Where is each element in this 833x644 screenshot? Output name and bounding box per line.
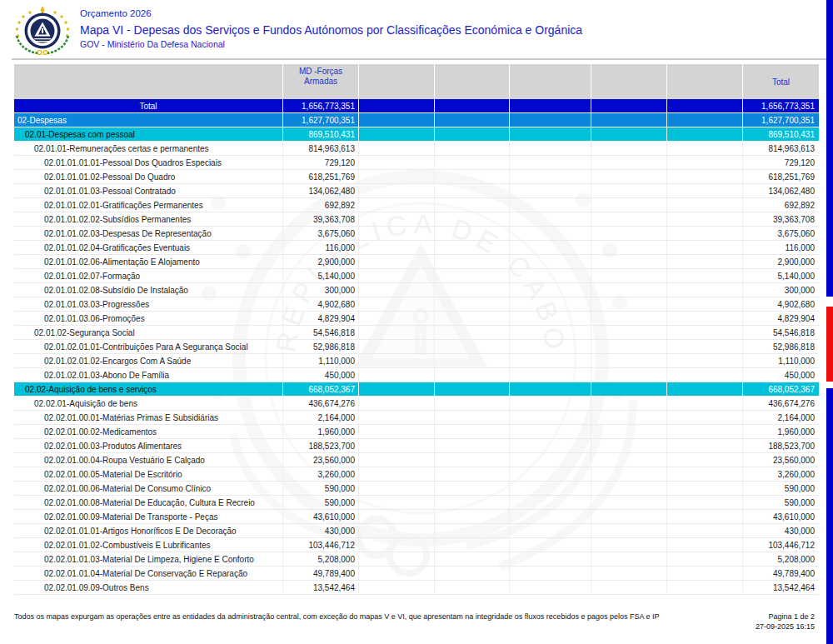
cell-empty	[591, 453, 667, 467]
page-title: Mapa VI - Depesas dos Serviços e Fundos …	[80, 23, 582, 37]
cell-md-forcas-armadas: 436,674,276	[283, 397, 359, 410]
cell-empty	[510, 538, 591, 552]
cell-empty	[667, 142, 743, 155]
cell-empty	[591, 184, 667, 197]
cell-empty	[359, 368, 435, 382]
cell-empty	[667, 524, 743, 537]
cell-empty	[667, 368, 743, 382]
cell-md-forcas-armadas: 2,164,000	[283, 411, 359, 424]
cell-empty	[359, 113, 435, 127]
cell-empty	[667, 198, 743, 212]
cell-empty	[591, 127, 667, 141]
table-row: 02.01.01.01.03-Pessoal Contratado134,062…	[14, 184, 819, 198]
table-row: 02.01.01.02.02-Subsídios Permanentes39,3…	[14, 212, 819, 227]
cell-empty	[435, 212, 510, 226]
cell-md-forcas-armadas: 668,052,367	[283, 382, 359, 396]
table-row: 02.01.01.02.08-Subsídio De Instalação300…	[14, 283, 819, 297]
row-label: 02.01-Despesas com pessoal	[14, 127, 283, 141]
cell-empty	[435, 142, 510, 155]
cell-empty	[510, 269, 591, 282]
cell-empty	[591, 510, 667, 523]
cell-empty	[591, 241, 667, 254]
cell-empty	[510, 170, 591, 183]
print-datetime: 27-09-2025 16:15	[756, 622, 815, 632]
cell-md-forcas-armadas: 2,900,000	[283, 255, 359, 268]
row-label: 02.01.01.02.04-Gratificações Eventuais	[14, 241, 283, 254]
cell-empty	[591, 326, 667, 339]
cell-empty	[359, 524, 435, 537]
cell-empty	[591, 411, 667, 424]
cell-total: 814,963,613	[743, 142, 819, 155]
cell-empty	[359, 184, 435, 197]
table-row: 02.02.01.09.09-Outros Bens13,542,46413,5…	[14, 581, 819, 595]
cell-md-forcas-armadas: 3,260,000	[283, 467, 359, 481]
table-row: 02.01.01.02.07-Formação5,140,0005,140,00…	[14, 269, 819, 283]
table-row: 02.02.01.00.05-Material De Escritório3,2…	[14, 467, 819, 482]
row-label: 02.01.01-Remunerações certas e permanent…	[14, 142, 283, 155]
row-label: 02.01.01.02.07-Formação	[14, 269, 283, 282]
cell-empty	[667, 241, 743, 254]
table-row: 02.01.02.01.02-Encargos Com A Saúde1,110…	[14, 354, 819, 368]
cell-empty	[435, 269, 510, 282]
cell-empty	[510, 283, 591, 297]
table-row: 02.02.01.00.04-Roupa Vestuário E Calçado…	[14, 453, 819, 467]
cell-empty	[667, 283, 743, 297]
cell-total: 49,789,400	[743, 567, 819, 580]
table-row: 02.01.01.02.01-Gratificações Permanentes…	[14, 198, 819, 212]
cell-empty	[667, 127, 743, 141]
cell-empty	[359, 439, 435, 452]
table-row: 02.01.01.02.03-Despesas De Representação…	[14, 227, 819, 241]
cell-empty	[591, 524, 667, 537]
cell-empty	[435, 467, 510, 481]
cell-total: 54,546,818	[743, 326, 819, 339]
row-label: 02.02.01.00.05-Material De Escritório	[14, 467, 283, 481]
cell-empty	[435, 113, 510, 127]
cell-md-forcas-armadas: 188,523,700	[283, 439, 359, 452]
cell-empty	[435, 496, 510, 509]
table-row: 02-Despesas1,627,700,3511,627,700,351	[14, 113, 819, 127]
cell-empty	[591, 156, 667, 169]
cell-empty	[359, 453, 435, 467]
cell-empty	[435, 227, 510, 240]
cell-md-forcas-armadas: 869,510,431	[283, 127, 359, 141]
cell-empty	[359, 156, 435, 169]
cell-empty	[435, 368, 510, 382]
cell-empty	[591, 142, 667, 155]
cell-empty	[667, 255, 743, 268]
cell-empty	[591, 212, 667, 226]
table-row: 02.02.01.00.08-Material De Educação, Cul…	[14, 496, 819, 510]
table-row: 02.01.01-Remunerações certas e permanent…	[14, 142, 819, 156]
cell-empty	[359, 567, 435, 580]
table-row: 02.01.01.02.06-Alimentação E Alojamento2…	[14, 255, 819, 269]
row-label: 02.01.02.01.02-Encargos Com A Saúde	[14, 354, 283, 367]
cell-empty	[359, 552, 435, 566]
cell-empty	[510, 581, 591, 594]
cell-empty	[359, 482, 435, 495]
cell-empty	[510, 312, 591, 325]
cell-empty	[591, 283, 667, 297]
cell-total: 3,260,000	[743, 467, 819, 481]
cell-empty	[667, 99, 743, 112]
cell-md-forcas-armadas: 49,789,400	[283, 567, 359, 580]
cell-total: 436,674,276	[743, 397, 819, 410]
cell-empty	[435, 567, 510, 580]
cell-total: 4,902,680	[743, 297, 819, 311]
cell-empty	[435, 198, 510, 212]
cell-md-forcas-armadas: 4,829,904	[283, 312, 359, 325]
table-row: 02.01.01.02.04-Gratificações Eventuais11…	[14, 241, 819, 255]
cell-md-forcas-armadas: 300,000	[283, 283, 359, 297]
header-cell-total: Total	[743, 64, 819, 99]
cell-empty	[510, 453, 591, 467]
cell-empty	[435, 326, 510, 339]
cell-empty	[359, 127, 435, 141]
header-cell-empty	[591, 64, 667, 99]
cell-md-forcas-armadas: 430,000	[283, 524, 359, 537]
cell-empty	[667, 439, 743, 452]
cell-total: 430,000	[743, 524, 819, 537]
page-edge-stripe-blue-top	[826, 0, 833, 297]
cabo-verde-emblem-logo	[11, 4, 74, 56]
cell-empty	[359, 510, 435, 523]
cell-empty	[510, 524, 591, 537]
page-number: Pagina 1 de 2	[756, 612, 815, 622]
row-label: Total	[14, 99, 283, 112]
